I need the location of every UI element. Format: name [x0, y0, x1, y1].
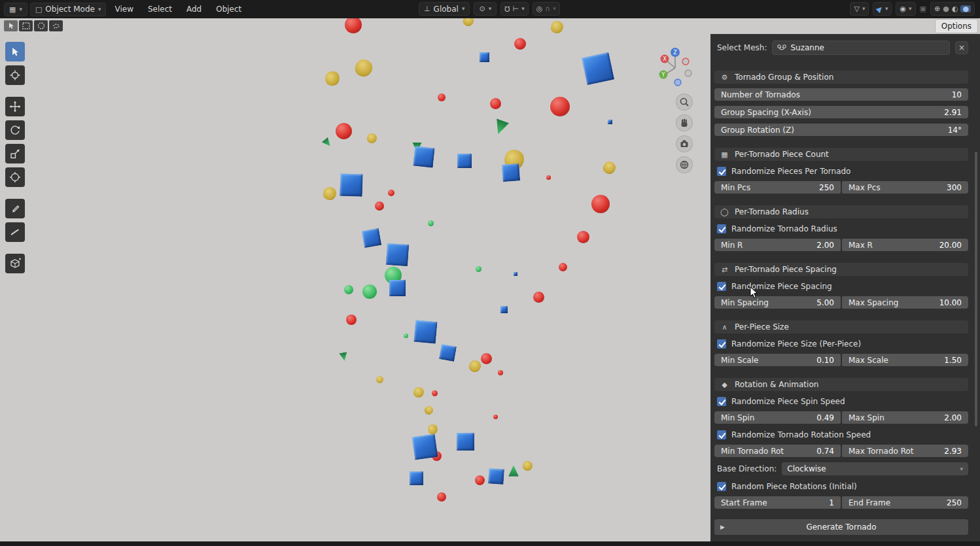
- scene-object-gs[interactable]: [476, 266, 481, 272]
- section-header[interactable]: ∧ Per-Piece Size: [714, 320, 968, 333]
- menu-view[interactable]: View: [109, 3, 139, 16]
- scene-object-bc[interactable]: [608, 120, 612, 124]
- snap-to-icon[interactable]: ⊢: [513, 5, 519, 12]
- scene-object-rs[interactable]: [550, 97, 570, 116]
- scene-object-bc[interactable]: [500, 306, 508, 313]
- show-overlays-icon[interactable]: ◉: [900, 5, 906, 12]
- menu-select[interactable]: Select: [142, 3, 178, 16]
- select-mode-circle[interactable]: [34, 20, 48, 31]
- pan-button[interactable]: [676, 115, 692, 131]
- checkbox-randomize-pieces[interactable]: Randomize Pieces Per Tornado: [714, 165, 968, 177]
- snap-magnet-icon[interactable]: Ω: [504, 5, 510, 12]
- chevron-down-icon[interactable]: ▾: [885, 6, 888, 12]
- checkbox-checked-icon[interactable]: [717, 339, 726, 349]
- select-mode-lasso[interactable]: [49, 20, 63, 31]
- checkbox-randomize-size[interactable]: Randomize Piece Size (Per-Piece): [714, 338, 968, 350]
- section-header[interactable]: ⚙ Tornado Group & Position: [714, 71, 968, 84]
- tool-move[interactable]: [5, 97, 25, 116]
- min-scale-field[interactable]: Min Scale 0.10: [714, 354, 841, 366]
- scene-object-gc[interactable]: [338, 351, 348, 361]
- min-spin-field[interactable]: Min Spin 0.49: [714, 411, 841, 424]
- camera-view-button[interactable]: [676, 136, 692, 152]
- tool-add-cube[interactable]: [5, 254, 25, 273]
- section-header[interactable]: ▦ Per-Tornado Piece Count: [714, 148, 968, 161]
- max-scale-field[interactable]: Max Scale 1.50: [842, 354, 968, 366]
- scene-object-yb[interactable]: [376, 376, 383, 383]
- scene-object-rs[interactable]: [437, 492, 446, 502]
- scene-object-bc[interactable]: [582, 52, 614, 85]
- max-tornado-rot-field[interactable]: Max Tornado Rot 2.93: [842, 445, 968, 457]
- tool-select-box[interactable]: [5, 42, 25, 61]
- mesh-select-dropdown[interactable]: Suzanne: [772, 41, 950, 55]
- scene-object-rs[interactable]: [591, 195, 610, 213]
- chevron-down-icon[interactable]: ▾: [553, 6, 556, 12]
- scene-object-yb[interactable]: [324, 70, 341, 88]
- options-button[interactable]: Options: [936, 20, 977, 33]
- scene-object-rs[interactable]: [533, 292, 544, 303]
- scene-object-rs[interactable]: [577, 231, 589, 243]
- scene-object-rs[interactable]: [438, 94, 446, 101]
- show-gizmo-icon[interactable]: ▶: [875, 5, 884, 14]
- select-mode-tweak[interactable]: [4, 20, 18, 31]
- checkbox-checked-icon[interactable]: [717, 397, 726, 406]
- min-pcs-field[interactable]: Min Pcs 250: [714, 181, 841, 194]
- max-spin-field[interactable]: Max Spin 2.00: [842, 411, 968, 424]
- proportional-editing-icon[interactable]: ◎: [536, 5, 543, 12]
- scene-object-yb[interactable]: [426, 422, 438, 435]
- clear-mesh-button[interactable]: ×: [955, 41, 968, 54]
- scene-object-bc[interactable]: [413, 146, 435, 168]
- section-header[interactable]: ◆ Rotation & Animation: [714, 378, 968, 391]
- tool-scale[interactable]: [5, 144, 25, 163]
- scene-object-bc[interactable]: [362, 228, 381, 248]
- scene-object-yb[interactable]: [367, 133, 377, 143]
- checkbox-randomize-tornado-rotation[interactable]: Randomize Tornado Rotation Speed: [714, 429, 968, 441]
- perspective-toggle-button[interactable]: [676, 157, 692, 173]
- scene-object-bc[interactable]: [488, 468, 504, 485]
- editor-type-selector[interactable]: ▦ ▾: [4, 3, 27, 16]
- checkbox-checked-icon[interactable]: [717, 482, 726, 491]
- select-mode-box[interactable]: [19, 20, 33, 31]
- shading-wireframe-icon[interactable]: ⊕: [934, 5, 940, 12]
- scene-object-bc[interactable]: [457, 154, 472, 168]
- scene-object-bc[interactable]: [514, 272, 517, 276]
- start-frame-field[interactable]: Start Frame 1: [714, 496, 841, 509]
- checkbox-checked-icon[interactable]: [717, 224, 726, 233]
- number-of-tornados-field[interactable]: Number of Tornados 10: [714, 88, 968, 101]
- scene-object-yb[interactable]: [468, 360, 482, 373]
- transform-orientation-selector[interactable]: ⊥ Global ▾: [419, 2, 470, 16]
- scene-object-gc[interactable]: [508, 466, 519, 477]
- scene-object-bc[interactable]: [457, 433, 474, 451]
- scene-object-rs[interactable]: [336, 123, 352, 139]
- shading-rendered-icon[interactable]: ●: [960, 5, 971, 12]
- scene-object-rs[interactable]: [498, 370, 503, 375]
- checkbox-randomize-spin[interactable]: Randomize Piece Spin Speed: [714, 396, 968, 407]
- scene-object-bc[interactable]: [340, 173, 362, 196]
- scene-object-yb[interactable]: [323, 187, 336, 200]
- tool-cursor[interactable]: [5, 65, 25, 85]
- shading-solid-icon[interactable]: ●: [943, 5, 949, 12]
- panel-scrollbar[interactable]: [975, 152, 977, 426]
- scene-object-gc[interactable]: [491, 118, 510, 137]
- navigation-gizmo[interactable]: Z X Y: [654, 44, 696, 86]
- scene-object-rs[interactable]: [493, 415, 498, 419]
- viewport-3d[interactable]: Z X Y: [0, 18, 710, 541]
- scene-object-bc[interactable]: [411, 434, 438, 460]
- menu-object[interactable]: Object: [210, 3, 247, 16]
- scene-object-rs[interactable]: [481, 353, 492, 364]
- scene-object-rs[interactable]: [388, 190, 394, 196]
- scene-object-rs[interactable]: [346, 315, 357, 325]
- scene-object-bc[interactable]: [439, 344, 457, 362]
- chevron-down-icon[interactable]: ▾: [521, 6, 525, 12]
- pivot-point-selector[interactable]: ⊙ ▾: [474, 2, 497, 16]
- scene-object-bc[interactable]: [480, 52, 489, 62]
- base-direction-select[interactable]: Clockwise ▾: [782, 462, 968, 475]
- min-spacing-field[interactable]: Min Spacing 5.00: [714, 296, 841, 309]
- tool-measure[interactable]: [5, 222, 25, 242]
- scene-object-bc[interactable]: [413, 320, 437, 343]
- scene-object-yb[interactable]: [462, 18, 476, 27]
- chevron-down-icon[interactable]: ▾: [862, 6, 866, 12]
- max-r-field[interactable]: Max R 20.00: [842, 239, 968, 251]
- checkbox-checked-icon[interactable]: [717, 167, 726, 176]
- min-r-field[interactable]: Min R 2.00: [714, 239, 841, 251]
- proportional-falloff-icon[interactable]: ∩: [545, 5, 550, 12]
